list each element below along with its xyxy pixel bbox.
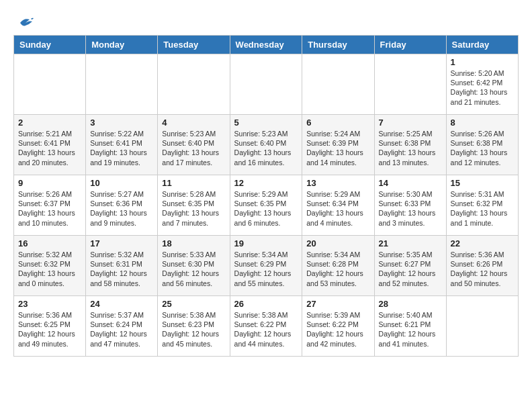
- day-info: Sunrise: 5:36 AM Sunset: 6:26 PM Dayligh…: [451, 250, 514, 288]
- day-number: 21: [379, 238, 442, 248]
- day-info: Sunrise: 5:39 AM Sunset: 6:22 PM Dayligh…: [306, 310, 369, 349]
- day-info: Sunrise: 5:32 AM Sunset: 6:32 PM Dayligh…: [18, 250, 81, 288]
- day-number: 26: [234, 299, 298, 309]
- day-number: 10: [90, 178, 153, 188]
- day-number: 17: [90, 238, 153, 248]
- table-row: 6Sunrise: 5:24 AM Sunset: 6:39 PM Daylig…: [302, 115, 374, 175]
- table-row: 2Sunrise: 5:21 AM Sunset: 6:41 PM Daylig…: [14, 115, 86, 175]
- day-info: Sunrise: 5:30 AM Sunset: 6:33 PM Dayligh…: [379, 189, 442, 228]
- day-number: 18: [162, 238, 225, 248]
- table-row: 23Sunrise: 5:36 AM Sunset: 6:25 PM Dayli…: [14, 296, 86, 357]
- table-row: 25Sunrise: 5:38 AM Sunset: 6:23 PM Dayli…: [158, 296, 230, 357]
- day-info: Sunrise: 5:36 AM Sunset: 6:25 PM Dayligh…: [18, 310, 81, 349]
- day-info: Sunrise: 5:33 AM Sunset: 6:30 PM Dayligh…: [162, 250, 225, 288]
- day-number: 20: [306, 238, 369, 248]
- day-info: Sunrise: 5:24 AM Sunset: 6:39 PM Dayligh…: [306, 129, 369, 167]
- col-saturday: Saturday: [446, 36, 518, 54]
- col-thursday: Thursday: [302, 36, 374, 54]
- logo-bird-icon: [15, 16, 34, 31]
- table-row: 16Sunrise: 5:32 AM Sunset: 6:32 PM Dayli…: [14, 236, 86, 296]
- table-row: 15Sunrise: 5:31 AM Sunset: 6:32 PM Dayli…: [446, 175, 518, 236]
- table-row: 3Sunrise: 5:22 AM Sunset: 6:41 PM Daylig…: [86, 115, 158, 175]
- day-number: 16: [18, 238, 81, 248]
- day-info: Sunrise: 5:29 AM Sunset: 6:35 PM Dayligh…: [234, 189, 298, 228]
- table-row: 7Sunrise: 5:25 AM Sunset: 6:38 PM Daylig…: [374, 115, 446, 175]
- table-row: 19Sunrise: 5:34 AM Sunset: 6:29 PM Dayli…: [230, 236, 302, 296]
- table-row: 8Sunrise: 5:26 AM Sunset: 6:38 PM Daylig…: [446, 115, 518, 175]
- day-number: 22: [451, 238, 514, 248]
- day-number: 19: [234, 238, 298, 248]
- day-info: Sunrise: 5:40 AM Sunset: 6:21 PM Dayligh…: [379, 310, 442, 349]
- day-info: Sunrise: 5:25 AM Sunset: 6:38 PM Dayligh…: [379, 129, 442, 167]
- table-row: [446, 296, 518, 357]
- col-monday: Monday: [86, 36, 158, 54]
- day-number: 24: [90, 299, 153, 309]
- table-row: [230, 54, 302, 115]
- day-info: Sunrise: 5:26 AM Sunset: 6:38 PM Dayligh…: [451, 129, 514, 167]
- calendar-header-row: Sunday Monday Tuesday Wednesday Thursday…: [14, 36, 519, 54]
- day-info: Sunrise: 5:22 AM Sunset: 6:41 PM Dayligh…: [90, 129, 153, 167]
- table-row: 11Sunrise: 5:28 AM Sunset: 6:35 PM Dayli…: [158, 175, 230, 236]
- table-row: 26Sunrise: 5:38 AM Sunset: 6:22 PM Dayli…: [230, 296, 302, 357]
- day-info: Sunrise: 5:32 AM Sunset: 6:31 PM Dayligh…: [90, 250, 153, 288]
- table-row: 9Sunrise: 5:26 AM Sunset: 6:37 PM Daylig…: [14, 175, 86, 236]
- day-number: 8: [451, 118, 514, 128]
- table-row: 27Sunrise: 5:39 AM Sunset: 6:22 PM Dayli…: [302, 296, 374, 357]
- day-number: 28: [379, 299, 442, 309]
- day-info: Sunrise: 5:35 AM Sunset: 6:27 PM Dayligh…: [379, 250, 442, 288]
- table-row: 4Sunrise: 5:23 AM Sunset: 6:40 PM Daylig…: [158, 115, 230, 175]
- page-header: [13, 16, 519, 28]
- day-number: 5: [234, 118, 298, 128]
- day-info: Sunrise: 5:23 AM Sunset: 6:40 PM Dayligh…: [234, 129, 298, 167]
- day-info: Sunrise: 5:37 AM Sunset: 6:24 PM Dayligh…: [90, 310, 153, 349]
- table-row: [374, 54, 446, 115]
- calendar-table: Sunday Monday Tuesday Wednesday Thursday…: [13, 35, 519, 357]
- col-friday: Friday: [374, 36, 446, 54]
- day-number: 4: [162, 118, 225, 128]
- day-number: 7: [379, 118, 442, 128]
- day-number: 12: [234, 178, 298, 188]
- table-row: 17Sunrise: 5:32 AM Sunset: 6:31 PM Dayli…: [86, 236, 158, 296]
- table-row: 20Sunrise: 5:34 AM Sunset: 6:28 PM Dayli…: [302, 236, 374, 296]
- day-number: 23: [18, 299, 81, 309]
- day-number: 1: [451, 57, 514, 67]
- day-number: 15: [451, 178, 514, 188]
- day-info: Sunrise: 5:31 AM Sunset: 6:32 PM Dayligh…: [451, 189, 514, 228]
- table-row: 21Sunrise: 5:35 AM Sunset: 6:27 PM Dayli…: [374, 236, 446, 296]
- table-row: 1Sunrise: 5:20 AM Sunset: 6:42 PM Daylig…: [446, 54, 518, 115]
- day-number: 14: [379, 178, 442, 188]
- day-info: Sunrise: 5:27 AM Sunset: 6:36 PM Dayligh…: [90, 189, 153, 228]
- table-row: [158, 54, 230, 115]
- table-row: 18Sunrise: 5:33 AM Sunset: 6:30 PM Dayli…: [158, 236, 230, 296]
- day-info: Sunrise: 5:34 AM Sunset: 6:29 PM Dayligh…: [234, 250, 298, 288]
- day-info: Sunrise: 5:29 AM Sunset: 6:34 PM Dayligh…: [306, 189, 369, 228]
- day-info: Sunrise: 5:26 AM Sunset: 6:37 PM Dayligh…: [18, 189, 81, 228]
- day-info: Sunrise: 5:23 AM Sunset: 6:40 PM Dayligh…: [162, 129, 225, 167]
- col-wednesday: Wednesday: [230, 36, 302, 54]
- day-info: Sunrise: 5:21 AM Sunset: 6:41 PM Dayligh…: [18, 129, 81, 167]
- table-row: 10Sunrise: 5:27 AM Sunset: 6:36 PM Dayli…: [86, 175, 158, 236]
- day-number: 9: [18, 178, 81, 188]
- table-row: 22Sunrise: 5:36 AM Sunset: 6:26 PM Dayli…: [446, 236, 518, 296]
- day-number: 27: [306, 299, 369, 309]
- logo: [13, 19, 34, 28]
- day-number: 3: [90, 118, 153, 128]
- day-number: 6: [306, 118, 369, 128]
- day-number: 25: [162, 299, 225, 309]
- table-row: 14Sunrise: 5:30 AM Sunset: 6:33 PM Dayli…: [374, 175, 446, 236]
- day-number: 11: [162, 178, 225, 188]
- col-sunday: Sunday: [14, 36, 86, 54]
- table-row: [86, 54, 158, 115]
- table-row: [302, 54, 374, 115]
- table-row: 13Sunrise: 5:29 AM Sunset: 6:34 PM Dayli…: [302, 175, 374, 236]
- day-info: Sunrise: 5:38 AM Sunset: 6:23 PM Dayligh…: [162, 310, 225, 349]
- day-info: Sunrise: 5:38 AM Sunset: 6:22 PM Dayligh…: [234, 310, 298, 349]
- day-number: 13: [306, 178, 369, 188]
- table-row: 5Sunrise: 5:23 AM Sunset: 6:40 PM Daylig…: [230, 115, 302, 175]
- col-tuesday: Tuesday: [158, 36, 230, 54]
- day-info: Sunrise: 5:28 AM Sunset: 6:35 PM Dayligh…: [162, 189, 225, 228]
- table-row: 12Sunrise: 5:29 AM Sunset: 6:35 PM Dayli…: [230, 175, 302, 236]
- table-row: 24Sunrise: 5:37 AM Sunset: 6:24 PM Dayli…: [86, 296, 158, 357]
- calendar-body: 1Sunrise: 5:20 AM Sunset: 6:42 PM Daylig…: [14, 54, 519, 357]
- table-row: 28Sunrise: 5:40 AM Sunset: 6:21 PM Dayli…: [374, 296, 446, 357]
